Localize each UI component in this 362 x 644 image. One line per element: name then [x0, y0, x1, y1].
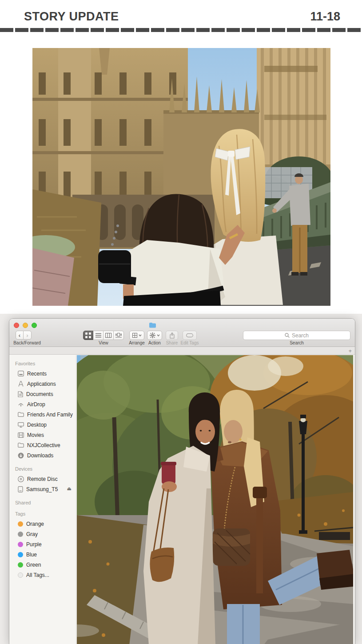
search-placeholder: Search — [292, 332, 309, 339]
page-date: 11-18 — [310, 10, 340, 24]
applications-icon — [18, 381, 24, 387]
tag-dot-gray — [18, 532, 23, 537]
finder-sidebar: Favorites Recents Applications Documents — [9, 355, 76, 644]
chevron-down-icon — [157, 334, 160, 336]
tag-dot-orange — [18, 521, 23, 527]
gear-icon — [150, 332, 155, 338]
sidebar-item-airdrop[interactable]: AirDrop — [9, 399, 76, 409]
page-title: STORY UPDATE — [24, 10, 119, 24]
finder-body: Favorites Recents Applications Documents — [9, 355, 355, 644]
edit-tags-label: Edit Tags — [179, 340, 200, 345]
back-forward-control: ‹ › — [16, 331, 32, 340]
share-icon — [170, 332, 175, 339]
icon-view-button[interactable] — [83, 331, 93, 340]
dashed-divider — [0, 28, 362, 32]
search-label: Search — [243, 340, 350, 345]
brunette-face — [195, 420, 215, 444]
recents-icon — [18, 371, 24, 376]
list-view-icon — [95, 333, 101, 338]
search-input[interactable]: Search — [243, 331, 350, 340]
movies-icon — [18, 432, 24, 438]
back-button[interactable]: ‹ — [16, 331, 24, 340]
documents-icon — [18, 391, 23, 397]
tag-dot-blue — [18, 552, 23, 557]
eject-button[interactable]: ⏏ — [67, 486, 72, 492]
drive-icon — [18, 486, 23, 492]
airdrop-icon — [18, 401, 24, 407]
column-view-button[interactable] — [103, 331, 114, 340]
bench — [319, 532, 350, 540]
edit-tags-button[interactable] — [183, 331, 197, 340]
view-label: View — [83, 340, 124, 345]
sidebar-tag-blue[interactable]: Blue — [9, 549, 76, 560]
sidebar-item-friends-and-family[interactable]: Friends And Family — [9, 409, 76, 420]
finder-toolbar: ‹ › — [9, 331, 355, 340]
share-button[interactable] — [166, 331, 178, 340]
chevron-down-icon — [139, 334, 142, 336]
sidebar-item-applications[interactable]: Applications — [9, 379, 76, 389]
coverflow-view-button[interactable] — [114, 331, 124, 340]
sidebar-item-remote-disc[interactable]: Remote Disc — [9, 474, 76, 484]
minimize-button[interactable] — [23, 323, 28, 328]
sidebar-item-recents[interactable]: Recents — [9, 368, 76, 379]
new-tab-button[interactable]: + — [348, 348, 352, 354]
westminster-photo-art — [32, 48, 330, 306]
downloads-icon — [18, 452, 24, 459]
earring — [239, 439, 242, 441]
finder-screenshot: ‹ › — [0, 314, 362, 644]
westminster-photo — [32, 48, 330, 306]
action-button[interactable] — [147, 331, 162, 340]
sidebar-item-movies[interactable]: Movies — [9, 430, 76, 440]
brown-bag — [150, 548, 174, 582]
finder-window: ‹ › — [9, 318, 355, 644]
story-update-page: STORY UPDATE 11-18 — [0, 0, 362, 644]
stone-pier — [32, 248, 74, 306]
search-icon — [285, 333, 290, 338]
sidebar-tag-all[interactable]: All Tags... — [9, 570, 76, 580]
section-tags: Tags — [15, 511, 76, 516]
folder-proxy-icon — [149, 322, 156, 327]
park-photo — [77, 355, 353, 644]
section-devices: Devices — [15, 466, 76, 472]
finder-titlebar: ‹ › — [9, 319, 355, 347]
tab-bar: + — [9, 348, 355, 355]
arrange-icon — [132, 333, 137, 338]
back-forward-label: Back/Forward — [9, 340, 45, 345]
sidebar-tag-orange[interactable]: Orange — [9, 519, 76, 529]
coverflow-view-icon — [115, 333, 122, 338]
toolbar-labels: Back/Forward View Arrange Action Share E… — [9, 340, 355, 346]
icon-view-icon — [85, 332, 91, 338]
arrange-button[interactable] — [129, 331, 144, 340]
tag-icon — [186, 333, 193, 337]
tag-dot-green — [18, 562, 23, 568]
sidebar-item-documents[interactable]: Documents — [9, 389, 76, 399]
sidebar-item-desktop[interactable]: Desktop — [9, 420, 76, 430]
finder-content-area[interactable] — [77, 355, 355, 644]
column-view-icon — [105, 333, 111, 338]
view-segmented-control — [83, 331, 124, 340]
folder-icon — [18, 443, 24, 448]
list-view-button[interactable] — [93, 331, 103, 340]
sidebar-item-nxjcollective[interactable]: NXJCollective — [9, 440, 76, 450]
coffee-cup — [161, 462, 177, 492]
close-button[interactable] — [14, 323, 19, 328]
sidebar-tag-purple[interactable]: Purple — [9, 539, 76, 549]
disc-icon — [18, 476, 24, 482]
forward-button[interactable]: › — [24, 331, 32, 340]
zoom-button[interactable] — [32, 323, 37, 328]
park-photo-art — [77, 355, 353, 644]
sidebar-tag-gray[interactable]: Gray — [9, 529, 76, 539]
coat-belt — [256, 488, 263, 593]
sidebar-tag-green[interactable]: Green — [9, 560, 76, 570]
section-shared: Shared — [15, 500, 76, 505]
sidebar-item-samsung-t5[interactable]: Samsung_T5 ⏏ — [9, 484, 76, 494]
suede-bag — [213, 528, 250, 566]
section-favorites: Favorites — [15, 361, 76, 366]
desktop-icon — [18, 422, 24, 428]
tag-dot-all — [18, 572, 23, 578]
folder-icon — [18, 412, 24, 417]
tag-dot-purple — [18, 542, 23, 547]
sidebar-item-downloads[interactable]: Downloads — [9, 450, 76, 460]
